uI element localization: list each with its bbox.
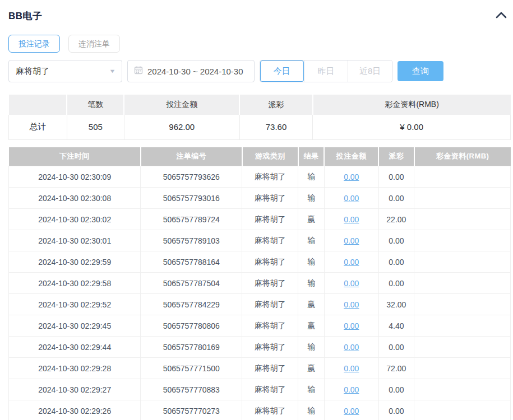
game-type-cell: 麻将胡了 xyxy=(242,400,298,420)
tab-bet-records[interactable]: 投注记录 xyxy=(8,35,60,53)
result-cell: 输 xyxy=(298,166,325,188)
game-type-cell: 麻将胡了 xyxy=(242,251,298,273)
bet-table-header-row: 下注时间 注单编号 游戏类别 结果 投注金额 派彩 彩金资料(RMB) xyxy=(9,147,511,166)
bet-time-cell: 2024-10-30 02:29:58 xyxy=(9,273,141,294)
table-row: 2024-10-30 02:29:45 5065757780806 麻将胡了 赢… xyxy=(9,315,511,337)
bet-amount-link[interactable]: 0.00 xyxy=(344,236,359,245)
table-row: 2024-10-30 02:29:26 5065757770273 麻将胡了 输… xyxy=(9,400,511,420)
summary-total-count: 505 xyxy=(67,115,124,139)
summary-header-count: 笔数 xyxy=(67,95,124,115)
payout-cell: 72.00 xyxy=(378,358,414,379)
bet-time-cell: 2024-10-30 02:29:45 xyxy=(9,315,141,337)
bet-amount-cell: 0.00 xyxy=(324,188,378,209)
bet-amount-cell: 0.00 xyxy=(324,230,378,251)
collapse-button[interactable] xyxy=(494,9,509,24)
payout-cell: 0.00 xyxy=(378,400,414,420)
chevron-up-icon xyxy=(496,12,507,20)
panel-header: BB电子 xyxy=(8,0,511,24)
game-type-cell: 麻将胡了 xyxy=(242,294,298,315)
table-row: 2024-10-30 02:29:58 5065757787504 麻将胡了 输… xyxy=(9,273,511,294)
bet-amount-link[interactable]: 0.00 xyxy=(344,172,359,181)
summary-total-bet-amount: 962.00 xyxy=(124,115,239,139)
ticket-number-cell: 5065757784229 xyxy=(141,294,242,315)
bet-amount-link[interactable]: 0.00 xyxy=(344,258,359,267)
bet-amount-link[interactable]: 0.00 xyxy=(344,279,359,288)
bet-amount-cell: 0.00 xyxy=(324,358,378,379)
summary-header-bet-amount: 投注金额 xyxy=(124,95,239,115)
payout-cell: 0.00 xyxy=(378,273,414,294)
bet-time-cell: 2024-10-30 02:30:01 xyxy=(9,230,141,251)
payout-cell: 22.00 xyxy=(378,209,414,230)
bet-amount-link[interactable]: 0.00 xyxy=(344,215,359,224)
game-type-cell: 麻将胡了 xyxy=(242,358,298,379)
summary-header-bonus: 彩金资料(RMB) xyxy=(313,95,511,115)
bonus-cell xyxy=(414,358,511,379)
tab-cancelled-bets[interactable]: 连消注单 xyxy=(68,35,120,53)
result-cell: 输 xyxy=(298,273,325,294)
bet-amount-link[interactable]: 0.00 xyxy=(344,385,359,394)
bet-table: 下注时间 注单编号 游戏类别 结果 投注金额 派彩 彩金资料(RMB) 2024… xyxy=(8,147,511,420)
bet-amount-cell: 0.00 xyxy=(324,273,378,294)
bonus-cell xyxy=(414,188,511,209)
bet-header-ticket: 注单编号 xyxy=(141,147,242,166)
ticket-number-cell: 5065757787504 xyxy=(141,273,242,294)
filter-bar: 麻将胡了 ▼ 2024-10-30 ~ 2024-10-30 今日 昨日 近8日… xyxy=(8,60,511,82)
payout-cell: 0.00 xyxy=(378,379,414,400)
ticket-number-cell: 5065757771500 xyxy=(141,358,242,379)
game-type-cell: 麻将胡了 xyxy=(242,166,298,188)
bet-time-cell: 2024-10-30 02:29:26 xyxy=(9,400,141,420)
bet-amount-cell: 0.00 xyxy=(324,251,378,273)
bet-time-cell: 2024-10-30 02:30:02 xyxy=(9,209,141,230)
result-cell: 输 xyxy=(298,337,325,358)
ticket-number-cell: 5065757780806 xyxy=(141,315,242,337)
date-range-input[interactable]: 2024-10-30 ~ 2024-10-30 xyxy=(127,60,255,82)
result-cell: 输 xyxy=(298,251,325,273)
bonus-cell xyxy=(414,273,511,294)
ticket-number-cell: 5065757770883 xyxy=(141,379,242,400)
game-select[interactable]: 麻将胡了 ▼ xyxy=(8,60,122,82)
bonus-cell xyxy=(414,400,511,420)
bet-time-cell: 2024-10-30 02:29:52 xyxy=(9,294,141,315)
bet-amount-link[interactable]: 0.00 xyxy=(344,407,359,416)
today-button[interactable]: 今日 xyxy=(260,60,304,82)
bet-header-result: 结果 xyxy=(298,147,325,166)
summary-header-empty xyxy=(9,95,67,115)
summary-total-label: 总计 xyxy=(9,115,67,139)
bonus-cell xyxy=(414,230,511,251)
bet-amount-link[interactable]: 0.00 xyxy=(344,321,359,330)
table-row: 2024-10-30 02:30:08 5065757793016 麻将胡了 输… xyxy=(9,188,511,209)
bet-amount-link[interactable]: 0.00 xyxy=(344,364,359,373)
summary-table: 笔数 投注金额 派彩 彩金资料(RMB) 总计 505 962.00 73.60… xyxy=(8,95,511,140)
payout-cell: 0.00 xyxy=(378,251,414,273)
bonus-cell xyxy=(414,166,511,188)
bet-header-game: 游戏类别 xyxy=(242,147,298,166)
summary-total-bonus: ¥ 0.00 xyxy=(313,115,511,139)
query-button[interactable]: 查询 xyxy=(398,61,443,81)
bet-time-cell: 2024-10-30 02:29:28 xyxy=(9,358,141,379)
tab-bar: 投注记录 连消注单 xyxy=(8,35,511,53)
yesterday-button[interactable]: 昨日 xyxy=(304,60,348,82)
game-type-cell: 麻将胡了 xyxy=(242,209,298,230)
bet-amount-link[interactable]: 0.00 xyxy=(344,194,359,203)
bet-amount-cell: 0.00 xyxy=(324,166,378,188)
ticket-number-cell: 5065757770273 xyxy=(141,400,242,420)
table-row: 2024-10-30 02:29:52 5065757784229 麻将胡了 赢… xyxy=(9,294,511,315)
result-cell: 赢 xyxy=(298,358,325,379)
last-8-days-button[interactable]: 近8日 xyxy=(348,60,392,82)
bb-panel: BB电子 投注记录 连消注单 麻将胡了 ▼ 2024-10-30 ~ 2024-… xyxy=(0,0,513,420)
bet-time-cell: 2024-10-30 02:30:09 xyxy=(9,166,141,188)
bet-time-cell: 2024-10-30 02:29:27 xyxy=(9,379,141,400)
bonus-cell xyxy=(414,315,511,337)
table-row: 2024-10-30 02:29:28 5065757771500 麻将胡了 赢… xyxy=(9,358,511,379)
bet-header-payout: 派彩 xyxy=(378,147,414,166)
game-type-cell: 麻将胡了 xyxy=(242,273,298,294)
payout-cell: 0.00 xyxy=(378,188,414,209)
payout-cell: 0.00 xyxy=(378,230,414,251)
game-type-cell: 麻将胡了 xyxy=(242,230,298,251)
bonus-cell xyxy=(414,337,511,358)
bet-amount-link[interactable]: 0.00 xyxy=(344,343,359,352)
bet-amount-cell: 0.00 xyxy=(324,337,378,358)
bet-amount-link[interactable]: 0.00 xyxy=(344,300,359,309)
game-type-cell: 麻将胡了 xyxy=(242,315,298,337)
result-cell: 赢 xyxy=(298,209,325,230)
